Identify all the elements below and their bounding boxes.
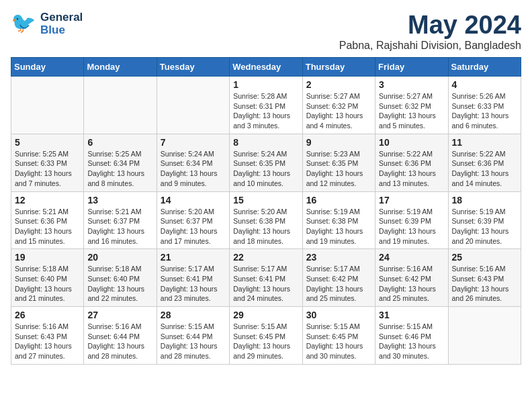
day-number: 24 — [379, 252, 444, 263]
day-info: Sunrise: 5:24 AM Sunset: 6:34 PM Dayligh… — [161, 149, 226, 189]
day-number: 8 — [233, 137, 298, 148]
calendar-cell — [448, 307, 521, 365]
day-info: Sunrise: 5:27 AM Sunset: 6:32 PM Dayligh… — [306, 91, 371, 131]
day-info: Sunrise: 5:27 AM Sunset: 6:32 PM Dayligh… — [379, 91, 444, 131]
calendar-body: 1Sunrise: 5:28 AM Sunset: 6:31 PM Daylig… — [11, 77, 521, 365]
day-info: Sunrise: 5:19 AM Sunset: 6:38 PM Dayligh… — [306, 207, 371, 246]
day-number: 30 — [306, 310, 371, 320]
day-number: 1 — [233, 79, 298, 90]
calendar-cell: 7Sunrise: 5:24 AM Sunset: 6:34 PM Daylig… — [157, 134, 229, 191]
day-number: 21 — [161, 252, 226, 263]
day-number: 5 — [15, 137, 80, 148]
calendar-cell: 31Sunrise: 5:15 AM Sunset: 6:46 PM Dayli… — [375, 307, 448, 365]
week-row-4: 19Sunrise: 5:18 AM Sunset: 6:40 PM Dayli… — [11, 249, 521, 307]
day-number: 26 — [15, 310, 80, 320]
calendar-cell: 4Sunrise: 5:26 AM Sunset: 6:33 PM Daylig… — [448, 77, 521, 134]
calendar-table: SundayMondayTuesdayWednesdayThursdayFrid… — [11, 57, 521, 365]
header-tuesday: Tuesday — [157, 58, 229, 77]
day-number: 12 — [15, 195, 80, 205]
calendar-cell: 17Sunrise: 5:19 AM Sunset: 6:39 PM Dayli… — [375, 191, 448, 249]
day-number: 16 — [306, 195, 371, 205]
day-number: 28 — [161, 310, 226, 320]
day-number: 15 — [233, 195, 298, 205]
calendar-cell: 30Sunrise: 5:15 AM Sunset: 6:45 PM Dayli… — [302, 307, 375, 365]
calendar-cell: 16Sunrise: 5:19 AM Sunset: 6:38 PM Dayli… — [302, 191, 375, 249]
calendar-cell: 10Sunrise: 5:22 AM Sunset: 6:36 PM Dayli… — [375, 134, 448, 191]
calendar-subtitle: Pabna, Rajshahi Division, Bangladesh — [339, 40, 521, 52]
calendar-cell: 14Sunrise: 5:20 AM Sunset: 6:37 PM Dayli… — [157, 191, 229, 249]
day-info: Sunrise: 5:23 AM Sunset: 6:35 PM Dayligh… — [306, 149, 371, 189]
header-monday: Monday — [84, 58, 157, 77]
day-number: 22 — [233, 252, 298, 263]
calendar-cell: 5Sunrise: 5:25 AM Sunset: 6:33 PM Daylig… — [11, 134, 84, 191]
day-number: 11 — [452, 137, 517, 148]
day-number: 13 — [87, 195, 152, 205]
calendar-cell: 29Sunrise: 5:15 AM Sunset: 6:45 PM Dayli… — [230, 307, 302, 365]
logo-blue-text: Blue — [40, 24, 83, 37]
day-info: Sunrise: 5:24 AM Sunset: 6:35 PM Dayligh… — [233, 149, 298, 189]
day-number: 20 — [87, 252, 152, 263]
day-number: 10 — [379, 137, 444, 148]
calendar-cell — [157, 77, 229, 134]
calendar-cell — [84, 77, 157, 134]
week-row-3: 12Sunrise: 5:21 AM Sunset: 6:36 PM Dayli… — [11, 191, 521, 249]
calendar-cell: 28Sunrise: 5:15 AM Sunset: 6:44 PM Dayli… — [157, 307, 229, 365]
day-info: Sunrise: 5:28 AM Sunset: 6:31 PM Dayligh… — [233, 91, 298, 131]
logo-name: General Blue — [40, 11, 83, 36]
day-number: 29 — [233, 310, 298, 320]
header-thursday: Thursday — [302, 58, 375, 77]
day-info: Sunrise: 5:15 AM Sunset: 6:44 PM Dayligh… — [161, 322, 226, 361]
calendar-cell: 23Sunrise: 5:17 AM Sunset: 6:42 PM Dayli… — [302, 249, 375, 307]
day-info: Sunrise: 5:16 AM Sunset: 6:43 PM Dayligh… — [15, 322, 80, 361]
header-wednesday: Wednesday — [230, 58, 302, 77]
day-number: 27 — [87, 310, 152, 320]
day-info: Sunrise: 5:25 AM Sunset: 6:34 PM Dayligh… — [87, 149, 152, 189]
day-info: Sunrise: 5:16 AM Sunset: 6:42 PM Dayligh… — [379, 264, 444, 304]
week-row-2: 5Sunrise: 5:25 AM Sunset: 6:33 PM Daylig… — [11, 134, 521, 191]
svg-text:🐦: 🐦 — [11, 11, 36, 35]
calendar-header: SundayMondayTuesdayWednesdayThursdayFrid… — [11, 58, 521, 77]
day-number: 9 — [306, 137, 371, 148]
day-number: 2 — [306, 79, 371, 90]
day-info: Sunrise: 5:25 AM Sunset: 6:33 PM Dayligh… — [15, 149, 80, 189]
day-info: Sunrise: 5:16 AM Sunset: 6:44 PM Dayligh… — [87, 322, 152, 361]
calendar-cell: 18Sunrise: 5:19 AM Sunset: 6:39 PM Dayli… — [448, 191, 521, 249]
calendar-title: May 2024 — [339, 11, 521, 40]
day-number: 14 — [161, 195, 226, 205]
day-number: 3 — [379, 79, 444, 90]
day-info: Sunrise: 5:21 AM Sunset: 6:36 PM Dayligh… — [15, 207, 80, 246]
calendar-cell: 2Sunrise: 5:27 AM Sunset: 6:32 PM Daylig… — [302, 77, 375, 134]
page-header: 🐦 General Blue May 2024 Pabna, Rajshahi … — [11, 11, 521, 52]
day-info: Sunrise: 5:18 AM Sunset: 6:40 PM Dayligh… — [15, 264, 80, 304]
calendar-cell: 24Sunrise: 5:16 AM Sunset: 6:42 PM Dayli… — [375, 249, 448, 307]
calendar-cell: 19Sunrise: 5:18 AM Sunset: 6:40 PM Dayli… — [11, 249, 84, 307]
calendar-cell: 26Sunrise: 5:16 AM Sunset: 6:43 PM Dayli… — [11, 307, 84, 365]
day-info: Sunrise: 5:21 AM Sunset: 6:37 PM Dayligh… — [87, 207, 152, 246]
day-info: Sunrise: 5:22 AM Sunset: 6:36 PM Dayligh… — [452, 149, 517, 189]
day-number: 4 — [452, 79, 517, 90]
header-friday: Friday — [375, 58, 448, 77]
logo-general-text: General — [40, 11, 83, 24]
day-info: Sunrise: 5:15 AM Sunset: 6:45 PM Dayligh… — [306, 322, 371, 361]
day-info: Sunrise: 5:18 AM Sunset: 6:40 PM Dayligh… — [87, 264, 152, 304]
day-number: 7 — [161, 137, 226, 148]
day-info: Sunrise: 5:16 AM Sunset: 6:43 PM Dayligh… — [452, 264, 517, 304]
title-area: May 2024 Pabna, Rajshahi Division, Bangl… — [339, 11, 521, 52]
day-info: Sunrise: 5:26 AM Sunset: 6:33 PM Dayligh… — [452, 91, 517, 131]
header-saturday: Saturday — [448, 58, 521, 77]
day-info: Sunrise: 5:19 AM Sunset: 6:39 PM Dayligh… — [379, 207, 444, 246]
calendar-cell: 25Sunrise: 5:16 AM Sunset: 6:43 PM Dayli… — [448, 249, 521, 307]
day-info: Sunrise: 5:20 AM Sunset: 6:38 PM Dayligh… — [233, 207, 298, 246]
calendar-cell: 15Sunrise: 5:20 AM Sunset: 6:38 PM Dayli… — [230, 191, 302, 249]
day-info: Sunrise: 5:15 AM Sunset: 6:46 PM Dayligh… — [379, 322, 444, 361]
header-sunday: Sunday — [11, 58, 84, 77]
calendar-cell: 6Sunrise: 5:25 AM Sunset: 6:34 PM Daylig… — [84, 134, 157, 191]
calendar-cell: 1Sunrise: 5:28 AM Sunset: 6:31 PM Daylig… — [230, 77, 302, 134]
calendar-cell: 3Sunrise: 5:27 AM Sunset: 6:32 PM Daylig… — [375, 77, 448, 134]
calendar-cell: 20Sunrise: 5:18 AM Sunset: 6:40 PM Dayli… — [84, 249, 157, 307]
calendar-cell: 21Sunrise: 5:17 AM Sunset: 6:41 PM Dayli… — [157, 249, 229, 307]
calendar-cell: 27Sunrise: 5:16 AM Sunset: 6:44 PM Dayli… — [84, 307, 157, 365]
logo-icon: 🐦 — [11, 11, 38, 38]
calendar-cell: 13Sunrise: 5:21 AM Sunset: 6:37 PM Dayli… — [84, 191, 157, 249]
day-number: 31 — [379, 310, 444, 320]
